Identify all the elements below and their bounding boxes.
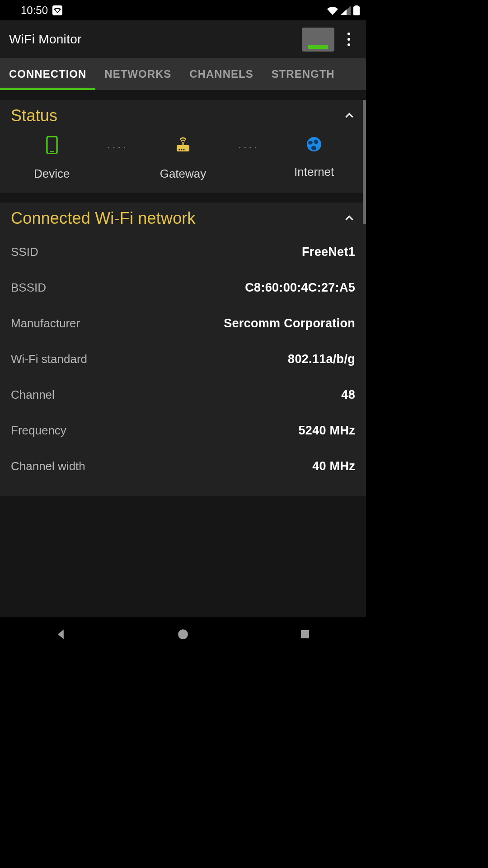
- wifi-monitor-notif-icon: [52, 5, 62, 15]
- overflow-icon: [347, 33, 350, 46]
- phone-icon: [45, 136, 59, 154]
- android-navbar: [0, 617, 366, 651]
- content-scroll[interactable]: Status Device ····: [0, 90, 366, 617]
- tabbar: CONNECTION NETWORKS CHANNELS STRENGTH: [0, 58, 366, 90]
- status-topology: Device ···· Gat: [11, 136, 355, 181]
- svg-rect-2: [47, 137, 57, 154]
- svg-rect-11: [301, 630, 309, 638]
- row-bssid: BSSID C8:60:00:4C:27:A5: [11, 270, 355, 306]
- row-channel: Channel 48: [11, 377, 355, 413]
- svg-point-8: [183, 149, 184, 150]
- status-device-label: Device: [34, 167, 70, 181]
- globe-icon: [306, 136, 322, 152]
- recents-button[interactable]: [296, 626, 314, 643]
- signal-strength-bar: [308, 45, 328, 49]
- kv-value: FreeNet1: [302, 245, 355, 259]
- row-wifi-standard: Wi-Fi standard 802.11a/b/g: [11, 341, 355, 377]
- network-card: Connected Wi-Fi network SSID FreeNet1 BS…: [0, 203, 366, 496]
- tab-channels-label: CHANNELS: [189, 68, 253, 80]
- row-frequency: Frequency 5240 MHz: [11, 413, 355, 448]
- svg-rect-1: [355, 5, 358, 7]
- router-icon: [174, 136, 192, 154]
- appbar: WiFi Monitor: [0, 20, 366, 58]
- cell-signal-icon: [341, 6, 351, 15]
- statusbar-left: 10:50: [6, 4, 62, 17]
- statusbar-time: 10:50: [21, 4, 48, 17]
- kv-value: Sercomm Corporation: [224, 316, 355, 330]
- kv-value: 48: [341, 388, 355, 402]
- tab-channels[interactable]: CHANNELS: [180, 58, 262, 90]
- tab-connection[interactable]: CONNECTION: [0, 58, 95, 90]
- kv-value: 40 MHz: [312, 459, 355, 473]
- tab-networks-label: NETWORKS: [104, 68, 171, 80]
- kv-label: BSSID: [11, 281, 46, 295]
- kv-label: Frequency: [11, 424, 66, 438]
- chevron-up-icon: [343, 212, 355, 224]
- status-card-title: Status: [11, 106, 57, 125]
- battery-icon: [353, 5, 360, 15]
- kv-value: 802.11a/b/g: [288, 352, 355, 366]
- svg-rect-0: [353, 6, 360, 15]
- home-button[interactable]: [174, 626, 192, 643]
- signal-strength-button[interactable]: [302, 28, 334, 52]
- svg-point-7: [181, 149, 182, 150]
- kv-label: SSID: [11, 245, 38, 259]
- app-title: WiFi Monitor: [9, 32, 82, 47]
- overflow-menu-button[interactable]: [341, 28, 357, 51]
- status-internet: Internet: [287, 136, 341, 179]
- network-details-list: SSID FreeNet1 BSSID C8:60:00:4C:27:A5 Ma…: [11, 234, 355, 484]
- tab-strength-label: STRENGTH: [272, 68, 335, 80]
- kv-label: Channel: [11, 388, 55, 402]
- kv-value: C8:60:00:4C:27:A5: [245, 281, 355, 295]
- status-internet-label: Internet: [294, 165, 334, 179]
- status-card: Status Device ····: [0, 100, 366, 193]
- network-card-title: Connected Wi-Fi network: [11, 209, 196, 228]
- status-device: Device: [25, 136, 79, 181]
- svg-point-10: [178, 629, 188, 639]
- scrollbar-thumb[interactable]: [363, 100, 366, 224]
- network-card-header[interactable]: Connected Wi-Fi network: [11, 209, 355, 228]
- tab-connection-label: CONNECTION: [9, 68, 86, 80]
- statusbar-right: [327, 5, 360, 15]
- tab-networks[interactable]: NETWORKS: [95, 58, 180, 90]
- row-ssid: SSID FreeNet1: [11, 234, 355, 270]
- status-gateway-label: Gateway: [160, 167, 206, 181]
- svg-point-6: [178, 149, 180, 150]
- dots-separator: ····: [238, 140, 259, 154]
- status-gateway: Gateway: [156, 136, 210, 181]
- kv-label: Wi-Fi standard: [11, 352, 87, 366]
- dots-separator: ····: [107, 140, 128, 154]
- back-button[interactable]: [52, 626, 70, 643]
- chevron-up-icon: [343, 110, 355, 122]
- svg-rect-5: [177, 145, 189, 151]
- status-card-header[interactable]: Status: [11, 106, 355, 125]
- kv-label: Channel width: [11, 459, 85, 473]
- row-manufacturer: Manufacturer Sercomm Corporation: [11, 306, 355, 341]
- tab-strength[interactable]: STRENGTH: [263, 58, 344, 90]
- row-channel-width: Channel width 40 MHz: [11, 448, 355, 484]
- kv-value: 5240 MHz: [299, 424, 355, 438]
- kv-label: Manufacturer: [11, 316, 80, 330]
- wifi-signal-icon: [327, 6, 338, 15]
- android-statusbar: 10:50: [0, 0, 366, 20]
